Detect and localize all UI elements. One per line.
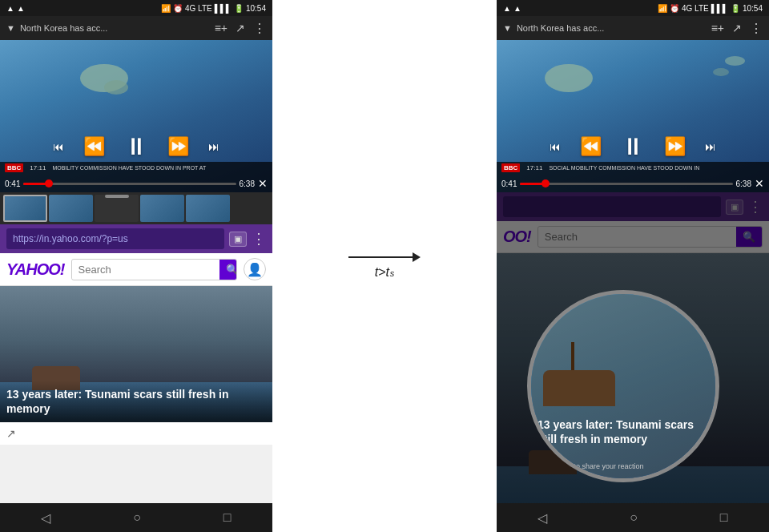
left-yahoo-logo: YAHOO! bbox=[6, 260, 65, 279]
right-mag-news-sub: Be the first to share your reaction bbox=[537, 462, 709, 470]
left-url-bar: ▣ ⋮ bbox=[0, 224, 272, 253]
left-progress-end: 6:38 bbox=[240, 179, 255, 188]
skip-prev-icon[interactable]: ⏮ bbox=[53, 140, 64, 153]
left-progress-close[interactable]: ✕ bbox=[258, 177, 268, 190]
right-status-icons: ▲ ▲ bbox=[503, 4, 521, 13]
left-search-wrap[interactable]: 🔍 bbox=[71, 259, 237, 280]
arrow-container: t>ts bbox=[348, 252, 421, 280]
left-video-progress: BBC 17:11 MOBILITY COMMISSION HAVE STOOD… bbox=[0, 162, 272, 192]
left-bottom-nav: ◁ ○ □ bbox=[0, 503, 272, 532]
left-status-icons: ▲ ▲ bbox=[6, 4, 25, 13]
right-video-ship bbox=[725, 56, 745, 66]
right-progress-close[interactable]: ✕ bbox=[755, 177, 764, 190]
left-video-area: ⏮ ⏪ ⏸ ⏩ ⏭ BBC 17:11 MOBILITY COMMISSION … bbox=[0, 40, 272, 192]
right-pause-icon[interactable]: ⏸ bbox=[621, 133, 645, 160]
battery-icon: 🔋 bbox=[234, 4, 244, 13]
left-status-right: 📶 ⏰ 4G LTE ▌▌▌ 🔋 10:54 bbox=[161, 4, 266, 13]
right-video-container: ⏮ ⏪ ⏸ ⏩ ⏭ BBC 17:11 SOCIAL MOBILITY COMM… bbox=[497, 40, 769, 192]
right-video-area: ⏮ ⏪ ⏸ ⏩ ⏭ BBC 17:11 SOCIAL MOBILITY COMM… bbox=[497, 40, 769, 192]
thumb-1[interactable] bbox=[3, 195, 47, 222]
left-progress-track[interactable] bbox=[23, 183, 236, 185]
thumb-3[interactable] bbox=[95, 195, 139, 222]
right-recents-button[interactable]: □ bbox=[720, 510, 728, 525]
right-notif-right: ≡+ ↗ ⋮ bbox=[711, 21, 763, 36]
arrow-shaft bbox=[348, 256, 413, 258]
right-bbc-logo: BBC bbox=[501, 163, 520, 172]
left-status-bar: ▲ ▲ 📶 ⏰ 4G LTE ▌▌▌ 🔋 10:54 bbox=[0, 0, 272, 16]
left-more-button[interactable]: ⋮ bbox=[252, 230, 266, 248]
right-signal-bars: ▌▌▌ bbox=[711, 4, 728, 13]
video-island2 bbox=[104, 80, 128, 95]
right-mag-tint bbox=[531, 294, 715, 478]
right-video-island bbox=[545, 64, 593, 92]
share-icon[interactable]: ↗ bbox=[236, 22, 245, 34]
right-magnifier-circle: 13 years later: Tsunami scars still fres… bbox=[527, 290, 719, 482]
triangle-icon: ▲ bbox=[6, 4, 14, 13]
right-time: 10:54 bbox=[743, 4, 763, 13]
right-phone-icon: 📶 bbox=[658, 4, 667, 13]
left-search-button[interactable]: 🔍 bbox=[219, 260, 237, 280]
right-video-ship2 bbox=[713, 68, 729, 76]
chevron-down-icon: ▼ bbox=[6, 23, 15, 33]
more-options-icon[interactable]: ⋮ bbox=[253, 21, 266, 36]
right-progress-row: 0:41 6:38 ✕ bbox=[497, 174, 769, 191]
left-home-button[interactable]: ○ bbox=[133, 510, 141, 525]
right-rewind-icon[interactable]: ⏪ bbox=[580, 136, 602, 157]
right-notif-left: ▼ North Korea has acc... bbox=[503, 23, 604, 33]
right-skip-prev-icon[interactable]: ⏮ bbox=[550, 140, 561, 153]
right-alarm-icon: ⏰ bbox=[670, 4, 679, 13]
right-skip-next-icon[interactable]: ⏭ bbox=[705, 140, 716, 153]
right-bottom-nav: ◁ ○ □ bbox=[497, 503, 769, 532]
left-browser-content: YAHOO! 🔍 👤 13 years later: Tsunami scars… bbox=[0, 253, 272, 503]
left-avatar[interactable]: 👤 bbox=[244, 258, 266, 280]
thumb-4[interactable] bbox=[140, 195, 184, 222]
left-progress-start: 0:41 bbox=[5, 179, 20, 188]
rewind-icon[interactable]: ⏪ bbox=[83, 136, 105, 157]
thumb-5[interactable] bbox=[186, 195, 230, 222]
right-magnifier-content: 13 years later: Tsunami scars still fres… bbox=[531, 294, 715, 478]
left-back-button[interactable]: ◁ bbox=[41, 510, 50, 526]
right-fast-forward-icon[interactable]: ⏩ bbox=[664, 136, 686, 157]
left-news-text: MOBILITY COMMISSION HAVE STOOD DOWN IN P… bbox=[52, 165, 206, 171]
right-status-right: 📶 ⏰ 4G LTE ▌▌▌ 🔋 10:54 bbox=[658, 4, 763, 13]
left-recents-button[interactable]: □ bbox=[223, 510, 232, 525]
thumb-indicator bbox=[105, 195, 129, 198]
right-lte-label: 4G LTE bbox=[682, 4, 709, 13]
phone-icon: 📶 bbox=[161, 4, 171, 13]
right-status-bar: ▲ ▲ 📶 ⏰ 4G LTE ▌▌▌ 🔋 10:54 bbox=[497, 0, 769, 16]
left-reaction-bar: ↗ bbox=[0, 422, 272, 445]
right-home-button[interactable]: ○ bbox=[630, 510, 638, 525]
right-share-icon[interactable]: ↗ bbox=[732, 22, 742, 34]
left-video-controls: ⏮ ⏪ ⏸ ⏩ ⏭ bbox=[0, 133, 272, 160]
left-news-card[interactable]: 13 years later: Tsunami scars still fres… bbox=[0, 286, 272, 422]
thumb-2[interactable] bbox=[49, 195, 93, 222]
right-news-text: SOCIAL MOBILITY COMMISSION HAVE STOOD DO… bbox=[549, 165, 699, 171]
right-progress-dot bbox=[542, 179, 550, 187]
skip-next-icon[interactable]: ⏭ bbox=[208, 140, 219, 153]
right-phone: ▲ ▲ 📶 ⏰ 4G LTE ▌▌▌ 🔋 10:54 ▼ North Korea… bbox=[497, 0, 769, 532]
left-notif-title: North Korea has acc... bbox=[20, 23, 107, 33]
arrow-label-text: t>t bbox=[375, 265, 389, 280]
right-more-options-icon[interactable]: ⋮ bbox=[750, 21, 763, 36]
pause-icon[interactable]: ⏸ bbox=[124, 133, 148, 160]
add-queue-icon[interactable]: ≡+ bbox=[215, 22, 227, 34]
left-notif-left: ▼ North Korea has acc... bbox=[6, 23, 107, 33]
right-back-button[interactable]: ◁ bbox=[537, 510, 547, 526]
left-bbc-logo: BBC bbox=[5, 163, 23, 172]
right-chevron-icon: ▼ bbox=[503, 23, 512, 33]
fast-forward-icon[interactable]: ⏩ bbox=[167, 136, 189, 157]
left-phone: ▲ ▲ 📶 ⏰ 4G LTE ▌▌▌ 🔋 10:54 ▼ North Korea… bbox=[0, 0, 272, 532]
right-battery-icon: 🔋 bbox=[731, 4, 740, 13]
right-news-time: 17:11 bbox=[526, 164, 542, 171]
left-search-input[interactable] bbox=[72, 260, 219, 279]
left-notif-bar: ▼ North Korea has acc... ≡+ ↗ ⋮ bbox=[0, 16, 272, 40]
left-progress-dot bbox=[45, 179, 53, 187]
left-url-input[interactable] bbox=[6, 228, 224, 249]
right-video-progress: BBC 17:11 SOCIAL MOBILITY COMMISSION HAV… bbox=[497, 162, 769, 192]
right-browser-area: ▣ ⋮ OO! 🔍 bbox=[497, 192, 769, 503]
right-progress-track[interactable] bbox=[520, 183, 732, 185]
left-thumbnail-strip bbox=[0, 192, 272, 224]
left-tab-button[interactable]: ▣ bbox=[229, 232, 247, 247]
right-add-queue-icon[interactable]: ≡+ bbox=[711, 22, 724, 34]
right-notif-bar: ▼ North Korea has acc... ≡+ ↗ ⋮ bbox=[497, 16, 769, 40]
